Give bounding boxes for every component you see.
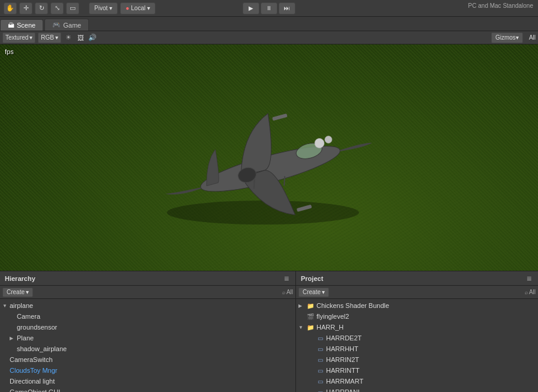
play-button[interactable]: ▶ [243,2,259,14]
project-content: ▶ 📁 Chickens Shader Bundle 🎬 flyinglevel… [296,299,538,392]
project-item-harrh[interactable]: ▼ 📁 HARR_H [296,322,538,333]
tab-scene[interactable]: 🏔 Scene [0,19,43,31]
bottom-panel: Hierarchy ≡ Create ▾ ⌕ All ▼ airplane [0,271,538,392]
image-icon[interactable]: 🖼 [76,33,85,43]
project-header: Project ≡ [296,271,538,286]
project-search[interactable]: ⌕ All [525,289,536,295]
gizmos-arrow: ▾ [516,34,519,41]
hand-tool-btn[interactable]: ✋ [4,2,17,14]
viewport[interactable]: fps [0,44,538,271]
hierarchy-panel: Hierarchy ≡ Create ▾ ⌕ All ▼ airplane [0,271,296,392]
project-create-btn[interactable]: Create ▾ [298,288,329,297]
scene-icon-flying: 🎬 [306,312,315,321]
label-plane: Plane [17,334,34,342]
scene-game-tabs: 🏔 Scene 🎮 Game [0,17,538,31]
project-item-harrin2t[interactable]: ▭ HARRIN2T [296,354,538,365]
fps-label: fps [5,48,14,55]
render-mode-label: Textured [5,34,28,41]
airplane-svg [143,92,395,237]
file-icon-harrpanl: ▭ [316,388,324,392]
main-area: fps Hierarchy ≡ Create ▾ ⌕ All [0,44,538,392]
svg-point-0 [167,201,359,225]
project-item-harrde2t[interactable]: ▭ HARRDE2T [296,333,538,343]
folder-icon-harrh: 📁 [306,323,315,331]
project-item-chickens[interactable]: ▶ 📁 Chickens Shader Bundle [296,300,538,311]
rect-tool-btn[interactable]: ▭ [66,2,79,14]
hierarchy-create-label: Create [7,289,25,295]
hierarchy-search-icon: ⌕ [282,289,285,295]
hierarchy-toolbar: Create ▾ ⌕ All [0,286,295,299]
file-icon-harrde2t: ▭ [316,334,324,342]
project-title: Project [301,275,323,282]
hierarchy-item-dirlight[interactable]: Directional light [0,376,295,387]
color-mode-arrow: ▾ [55,34,58,41]
hierarchy-create-arrow: ▾ [26,289,29,295]
hierarchy-item-airplane[interactable]: ▼ airplane [0,300,295,311]
folder-icon-chickens: 📁 [306,301,315,310]
label-cameraswitch: CameraSwitch [10,356,53,363]
audio-icon[interactable]: 🔊 [88,33,97,43]
hierarchy-item-groundsensor[interactable]: groundsensor [0,322,295,333]
arrow-chickens: ▶ [298,303,304,309]
hierarchy-item-camera[interactable]: Camera [0,311,295,322]
label-harrh: HARR_H [316,324,343,331]
arrow-airplane: ▼ [2,303,10,309]
label-groundsensor: groundsensor [17,324,57,331]
svg-point-9 [324,135,333,144]
move-tool-btn[interactable]: ✛ [19,2,32,14]
svg-rect-6 [272,113,288,121]
hierarchy-menu-icon[interactable]: ≡ [282,274,291,283]
pivot-btn[interactable]: Pivot ▾ [89,2,118,14]
color-mode-dropdown[interactable]: RGB ▾ [38,32,61,43]
project-create-label: Create [303,289,321,295]
file-icon-harrin2t: ▭ [316,355,324,364]
local-btn[interactable]: ● Local ▾ [120,2,156,14]
tab-game[interactable]: 🎮 Game [44,19,89,31]
project-menu-icon[interactable]: ≡ [525,274,533,283]
label-shadow: shadow_airplane [17,345,67,352]
scale-tool-btn[interactable]: ⤡ [50,2,64,14]
label-harrin2t: HARRIN2T [326,356,359,363]
hierarchy-item-cameraswitch[interactable]: CameraSwitch [0,354,295,365]
hierarchy-search-label: All [286,289,293,295]
gizmos-button[interactable]: Gizmos ▾ [491,32,523,43]
gizmos-all-label: All [529,34,536,41]
sun-icon[interactable]: ☀ [64,33,73,43]
label-harrmart: HARRMART [326,378,363,385]
project-panel: Project ≡ Create ▾ ⌕ All ▶ 📁 C [296,271,538,392]
hierarchy-create-btn[interactable]: Create ▾ [2,288,33,297]
local-arrow: ▾ [147,5,150,11]
pivot-arrow: ▾ [109,5,112,11]
label-dirlight: Directional light [10,378,55,385]
hierarchy-title: Hierarchy [5,275,35,282]
hierarchy-search[interactable]: ⌕ All [282,289,293,295]
hierarchy-item-shadow[interactable]: shadow_airplane [0,343,295,354]
pause-button[interactable]: ⏸ [261,2,277,14]
hierarchy-item-gameobjectgui[interactable]: GameObject GUI [0,387,295,392]
project-item-flyinglevel2[interactable]: 🎬 flyinglevel2 [296,311,538,322]
label-cloudstoy: CloudsToy Mngr [10,367,57,374]
scene-tab-icon: 🏔 [8,22,14,29]
hierarchy-item-plane[interactable]: ▶ Plane [0,333,295,343]
hierarchy-header: Hierarchy ≡ [0,271,295,286]
label-camera: Camera [17,313,40,320]
local-label: Local [131,5,145,11]
file-icon-harrintt: ▭ [316,366,324,375]
game-tab-icon: 🎮 [52,21,61,29]
scene-options-bar: Textured ▾ RGB ▾ ☀ 🖼 🔊 Gizmos ▾ All [0,31,538,44]
file-icon-harrmart: ▭ [316,377,324,385]
hierarchy-item-cloudstoy[interactable]: CloudsToy Mngr [0,365,295,376]
label-flyinglevel2: flyinglevel2 [316,313,349,320]
render-mode-arrow: ▾ [29,34,32,41]
step-button[interactable]: ⏭ [279,2,295,14]
arrow-harrh: ▼ [298,325,304,330]
rotate-tool-btn[interactable]: ↻ [35,2,48,14]
project-item-harrpanl[interactable]: ▭ HARRPANL [296,387,538,392]
scene-tab-label: Scene [17,22,35,29]
airplane-model [143,92,395,238]
project-item-harrhht[interactable]: ▭ HARRHHT [296,343,538,354]
render-mode-dropdown[interactable]: Textured ▾ [2,32,35,43]
label-chickens: Chickens Shader Bundle [316,302,389,309]
project-item-harrmart[interactable]: ▭ HARRMART [296,376,538,387]
project-item-harrintt[interactable]: ▭ HARRINTT [296,365,538,376]
